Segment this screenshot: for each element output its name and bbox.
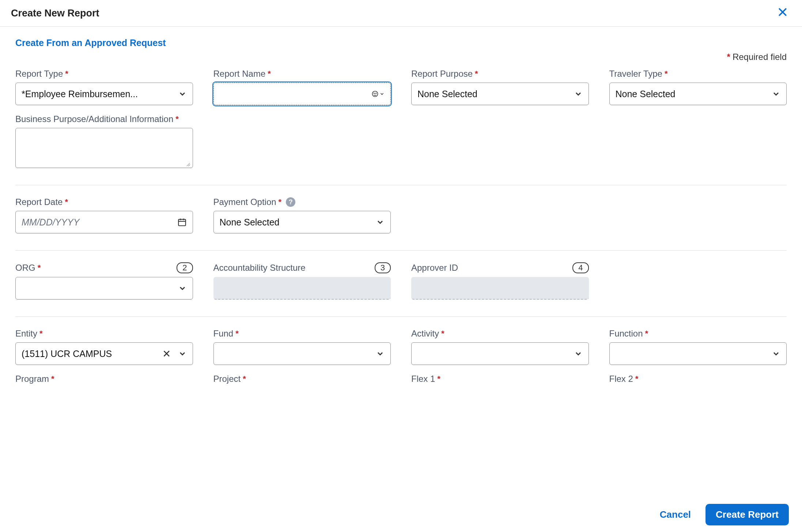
svg-rect-5 [178, 219, 186, 225]
section-divider [15, 185, 787, 185]
report-name-input[interactable] [213, 83, 391, 105]
activity-label: Activity [411, 328, 439, 339]
svg-point-2 [372, 91, 378, 97]
chevron-down-icon [376, 349, 385, 358]
field-flex1: Flex 1* [411, 374, 589, 388]
approver-id-input [411, 277, 589, 300]
field-flex2: Flex 2* [609, 374, 787, 388]
required-asterisk: * [645, 329, 648, 338]
field-report-purpose: Report Purpose* None Selected [411, 69, 589, 105]
payment-option-label: Payment Option [213, 197, 276, 207]
entity-label: Entity [15, 328, 37, 339]
required-field-note: *Required field [15, 52, 787, 62]
input-action-icon[interactable] [371, 90, 385, 98]
field-report-date: Report Date* MM/DD/YYYY [15, 197, 193, 233]
function-label: Function [609, 328, 643, 339]
field-payment-option: Payment Option*? None Selected [213, 197, 391, 233]
close-button[interactable] [775, 7, 790, 20]
activity-select[interactable] [411, 342, 589, 365]
required-asterisk: * [65, 69, 68, 79]
report-date-label: Report Date [15, 197, 63, 207]
field-program: Program* [15, 374, 193, 388]
chevron-down-icon [574, 90, 583, 98]
required-asterisk: * [51, 374, 54, 384]
required-asterisk: * [279, 197, 282, 207]
calendar-icon[interactable] [177, 217, 187, 227]
required-asterisk: * [441, 329, 444, 338]
flex2-label: Flex 2 [609, 374, 633, 384]
program-label: Program [15, 374, 49, 384]
required-asterisk: * [39, 329, 43, 338]
required-asterisk: * [635, 374, 639, 384]
report-type-select[interactable]: *Employee Reimbursemen... [15, 83, 193, 105]
chevron-down-icon [772, 349, 780, 358]
field-accountability: Accountability Structure 3 [213, 262, 391, 300]
resize-handle-icon[interactable] [185, 160, 191, 166]
business-purpose-textarea[interactable] [15, 128, 193, 168]
close-icon [777, 7, 788, 18]
field-function: Function* [609, 328, 787, 365]
create-from-approved-link[interactable]: Create From an Approved Request [15, 38, 166, 48]
cancel-button[interactable]: Cancel [654, 505, 697, 525]
fund-label: Fund [213, 328, 234, 339]
field-business-purpose: Business Purpose/Additional Information* [15, 114, 193, 168]
modal-header: Create New Report [0, 0, 802, 27]
chevron-down-icon [178, 349, 187, 358]
required-asterisk: * [437, 374, 440, 384]
approver-id-label: Approver ID [411, 263, 458, 273]
clear-icon[interactable]: ✕ [162, 348, 171, 360]
accountability-input [213, 277, 391, 300]
required-asterisk: * [235, 329, 239, 338]
step-badge: 4 [572, 262, 589, 273]
svg-point-4 [376, 93, 377, 94]
chevron-down-icon [178, 90, 187, 98]
traveler-type-label: Traveler Type [609, 69, 662, 79]
step-badge: 3 [375, 262, 391, 273]
svg-point-3 [374, 93, 375, 94]
field-traveler-type: Traveler Type* None Selected [609, 69, 787, 105]
business-purpose-label: Business Purpose/Additional Information [15, 114, 173, 124]
modal-body: Create From an Approved Request *Require… [0, 27, 802, 499]
required-asterisk: * [65, 197, 68, 207]
asterisk-icon: * [727, 52, 730, 62]
function-select[interactable] [609, 342, 787, 365]
chevron-down-icon [772, 90, 780, 98]
section-divider [15, 250, 787, 251]
field-entity: Entity* (1511) UCR CAMPUS ✕ [15, 328, 193, 365]
report-purpose-label: Report Purpose [411, 69, 473, 79]
fund-select[interactable] [213, 342, 391, 365]
step-badge: 2 [177, 262, 193, 273]
report-purpose-select[interactable]: None Selected [411, 83, 589, 105]
field-activity: Activity* [411, 328, 589, 365]
required-asterisk: * [38, 263, 41, 273]
required-asterisk: * [175, 114, 179, 124]
org-label: ORG [15, 263, 35, 273]
field-approver-id: Approver ID 4 [411, 262, 589, 300]
report-name-label: Report Name [213, 69, 266, 79]
modal-title: Create New Report [11, 8, 99, 19]
flex1-label: Flex 1 [411, 374, 435, 384]
modal-footer: Cancel Create Report [0, 497, 802, 532]
entity-select[interactable]: (1511) UCR CAMPUS ✕ [15, 342, 193, 365]
field-fund: Fund* [213, 328, 391, 365]
org-select[interactable] [15, 277, 193, 300]
chevron-down-icon [379, 91, 385, 96]
chevron-down-icon [178, 284, 187, 293]
face-icon [371, 90, 379, 98]
project-label: Project [213, 374, 241, 384]
help-icon[interactable]: ? [286, 197, 295, 207]
create-report-button[interactable]: Create Report [705, 504, 789, 525]
traveler-type-select[interactable]: None Selected [609, 83, 787, 105]
required-asterisk: * [665, 69, 668, 79]
payment-option-select[interactable]: None Selected [213, 211, 391, 233]
section-divider [15, 316, 787, 317]
report-date-input[interactable]: MM/DD/YYYY [15, 211, 193, 233]
required-asterisk: * [243, 374, 246, 384]
field-report-type: Report Type* *Employee Reimbursemen... [15, 69, 193, 105]
field-project: Project* [213, 374, 391, 388]
report-type-label: Report Type [15, 69, 63, 79]
required-asterisk: * [268, 69, 271, 79]
field-org: ORG* 2 [15, 262, 193, 300]
field-report-name: Report Name* [213, 69, 391, 105]
required-asterisk: * [475, 69, 478, 79]
